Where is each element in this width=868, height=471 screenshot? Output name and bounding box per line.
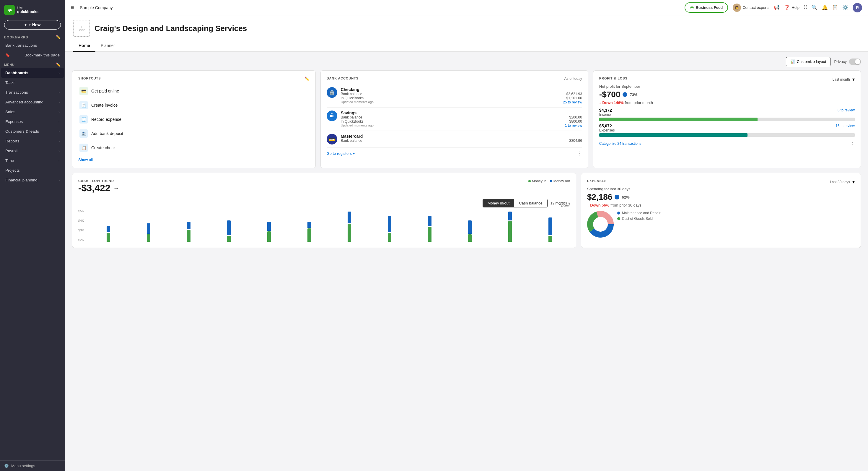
customize-layout-button[interactable]: 📊 Customize layout <box>786 57 831 66</box>
expense-to-review[interactable]: 16 to review <box>836 124 855 128</box>
mastercard-icon: 💳 <box>327 134 337 145</box>
help-button[interactable]: ❓ Help <box>784 4 800 11</box>
chevron-right-icon: › <box>59 159 60 163</box>
sidebar-item-customers-leads[interactable]: Customers & leads › <box>1 126 64 136</box>
shortcut-create-invoice[interactable]: 📄 Create invoice <box>78 98 310 112</box>
sidebar-item-reports[interactable]: Reports › <box>1 136 64 146</box>
chevron-right-icon: › <box>59 178 60 182</box>
expenses-period: Last 30 days <box>830 180 850 184</box>
cashflow-amount: -$3,422 → <box>78 183 119 194</box>
sidebar-item-transactions[interactable]: Transactions › <box>1 87 64 97</box>
expenses-info-icon[interactable]: i <box>615 195 619 200</box>
chart-bar-10 <box>451 220 490 242</box>
bell-icon[interactable]: 🔔 <box>822 4 828 11</box>
categorize-transactions-link[interactable]: Categorize 24 transactions <box>599 142 642 146</box>
new-button[interactable]: + + New <box>4 20 61 30</box>
pnl-card-header: PROFIT & LOSS Last month ▾ <box>599 77 855 84</box>
bank-account-mastercard: 💳 Mastercard Bank balance $304.96 <box>327 131 582 148</box>
go-to-registers-button[interactable]: Go to registers ▾ <box>327 151 355 156</box>
sidebar-item-time[interactable]: Time › <box>1 156 64 166</box>
apps-icon[interactable]: ⠿ <box>804 4 807 11</box>
expense-row: $5,072 16 to review Expenses <box>599 123 855 137</box>
sidebar-item-advanced-accounting[interactable]: Advanced accounting › <box>1 97 64 107</box>
search-icon[interactable]: 🔍 <box>811 4 817 11</box>
quickbooks-logo-icon: qb <box>4 5 15 16</box>
today-label: TODAY <box>559 204 570 207</box>
cashflow-toggle-group: Money in/out Cash balance <box>483 199 548 207</box>
bank-footer: Go to registers ▾ ⋮ <box>327 148 582 156</box>
savings-bank-icon: 🏛 <box>327 111 337 121</box>
contact-experts-button[interactable]: 👩 Contact experts <box>733 4 769 12</box>
chevron-right-icon: › <box>59 110 60 114</box>
business-feed-button[interactable]: ✳ Business Feed <box>685 2 728 13</box>
dashboard: 📊 Customize layout Privacy SHORTCUTS ✏️ <box>65 52 868 253</box>
toggle-cash-balance[interactable]: Cash balance <box>514 199 547 207</box>
savings-bank-info: Savings Bank balance $200.00 In QuickBoo… <box>341 111 582 128</box>
shortcut-record-expense[interactable]: 🧾 Record expense <box>78 113 310 126</box>
tab-planner[interactable]: Planner <box>95 40 120 52</box>
sidebar-item-tasks[interactable]: Tasks <box>1 78 64 87</box>
sidebar-item-bank-transactions[interactable]: Bank transactions <box>1 40 64 50</box>
expenses-pie-area: Maintenance and Repair Cost of Goods Sol… <box>587 211 855 238</box>
chevron-down-icon[interactable]: ▾ <box>852 77 855 82</box>
savings-to-review[interactable]: 1 to review <box>565 123 582 128</box>
y-axis-labels: $5K $4K $3K $2K <box>78 209 85 242</box>
edit-shortcuts-icon[interactable]: ✏️ <box>305 77 310 81</box>
clipboard-icon[interactable]: 📋 <box>832 4 838 11</box>
customize-icon: 📊 <box>790 59 795 64</box>
show-all-link[interactable]: Show all <box>78 157 310 162</box>
logo-label: LOGO <box>78 29 85 32</box>
pnl-trend: ↓ Down 146% from prior month <box>599 100 855 105</box>
pnl-more-options-icon[interactable]: ⋮ <box>850 140 855 145</box>
checking-to-review[interactable]: 25 to review <box>563 100 582 104</box>
chart-bar-3 <box>169 222 209 242</box>
hamburger-menu-icon[interactable]: ≡ <box>71 4 74 11</box>
cash-flow-card: CASH FLOW TREND -$3,422 → Money in Money… <box>72 173 576 248</box>
info-icon[interactable]: i <box>623 92 627 97</box>
sidebar-item-sales[interactable]: Sales › <box>1 107 64 117</box>
nav-actions: 👩 Contact experts 📢 ❓ Help ⠿ 🔍 🔔 📋 ⚙️ R <box>733 3 862 12</box>
income-to-review[interactable]: 8 to review <box>838 108 855 112</box>
shortcut-create-check[interactable]: 📋 Create check <box>78 141 310 154</box>
checking-bank-info: Checking Bank balance -$3,621.93 In Quic… <box>341 87 582 104</box>
toggle-money-inout[interactable]: Money in/out <box>483 199 514 207</box>
sidebar-item-projects[interactable]: Projects <box>1 166 64 175</box>
bank-more-options-icon[interactable]: ⋮ <box>578 151 582 156</box>
user-avatar[interactable]: R <box>852 3 862 12</box>
settings-icon[interactable]: ⚙️ <box>842 4 848 11</box>
menu-settings-button[interactable]: ⚙️ Menu settings <box>0 460 65 471</box>
company-name-nav: Sample Company <box>80 5 113 10</box>
company-logo-box[interactable]: + LOGO <box>73 20 90 37</box>
toggle-thumb <box>855 59 860 64</box>
chart-bar-4 <box>209 220 249 242</box>
expenses-trend: ↓ Down 56% from prior 30 days <box>587 203 855 207</box>
page-header: + LOGO Craig's Design and Landscaping Se… <box>65 16 868 52</box>
menu-edit-icon[interactable]: ✏️ <box>56 62 61 67</box>
chart-bar-11 <box>491 212 530 242</box>
expense-icon: 🧾 <box>80 115 88 123</box>
sidebar-item-dashboards[interactable]: Dashboards › <box>1 68 64 78</box>
chart-bar-8 <box>370 216 409 242</box>
bookmarks-section-header: BOOKMARKS ✏️ <box>0 32 65 40</box>
sidebar-item-financial-planning[interactable]: Financial planning › <box>1 175 64 185</box>
chevron-right-icon: › <box>59 140 60 143</box>
shortcuts-card-header: SHORTCUTS ✏️ <box>78 77 310 84</box>
page-content: + LOGO Craig's Design and Landscaping Se… <box>65 16 868 471</box>
mastercard-info: Mastercard Bank balance $304.96 <box>341 134 582 143</box>
bookmarks-edit-icon[interactable]: ✏️ <box>56 35 61 39</box>
tab-home[interactable]: Home <box>73 40 95 52</box>
announcement-icon[interactable]: 📢 <box>774 4 780 11</box>
privacy-toggle-switch[interactable] <box>849 59 861 65</box>
chevron-down-icon[interactable]: ▾ <box>852 179 855 185</box>
sidebar-item-expenses[interactable]: Expenses › <box>1 117 64 126</box>
shortcut-get-paid-online[interactable]: 💳 Get paid online <box>78 84 310 98</box>
bookmark-icon: 🔖 <box>5 53 10 57</box>
legend-color-maintenance <box>617 212 620 214</box>
net-profit-amount: -$700 i 73% <box>599 90 855 99</box>
chevron-right-icon: › <box>59 71 60 75</box>
sidebar-item-payroll[interactable]: Payroll › <box>1 146 64 156</box>
chart-bar-6 <box>290 222 329 242</box>
shortcut-add-bank-deposit[interactable]: 🏦 Add bank deposit <box>78 127 310 140</box>
sidebar-item-bookmark-page[interactable]: 🔖 Bookmark this page <box>1 50 64 60</box>
bank-account-savings: 🏛 Savings Bank balance $200.00 In QuickB… <box>327 108 582 131</box>
